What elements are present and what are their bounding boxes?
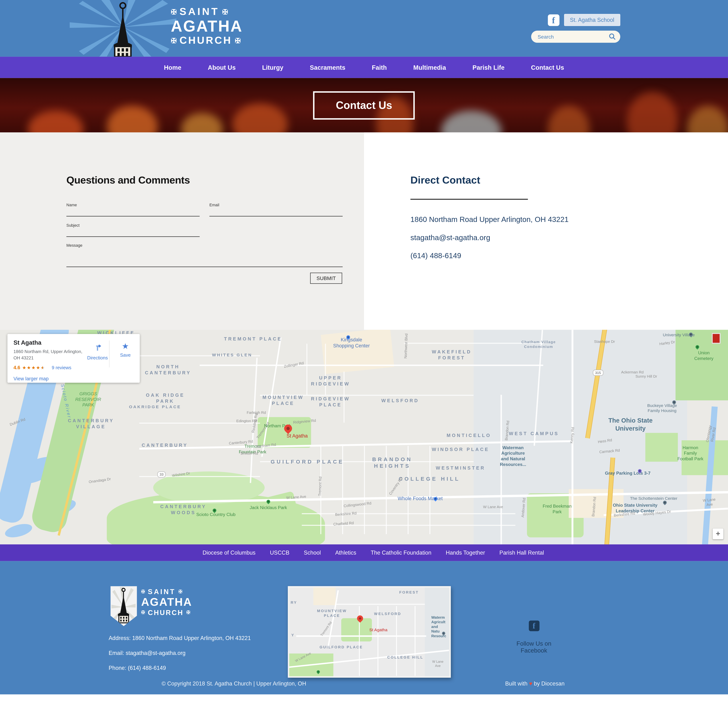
footer: ✠SAINT✠ AGATHA ✠CHURCH✠ Address: 1860 No… (0, 561, 728, 694)
directions-icon (93, 342, 102, 352)
map-label: Farleigh Rd (247, 410, 266, 415)
shield-steeple-icon (110, 586, 137, 626)
form-heading: Questions and Comments (66, 174, 190, 186)
name-label: Name (66, 203, 200, 207)
contact-form-panel: Questions and Comments Name Email Subjec… (0, 133, 364, 330)
map-label: Collingswood Rd (343, 501, 372, 508)
footer-logo-text: ✠SAINT✠ AGATHA ✠CHURCH✠ (141, 588, 192, 616)
email-field[interactable] (210, 209, 343, 217)
nav-item[interactable]: About Us (208, 64, 236, 71)
partner-link[interactable]: USCCB (270, 549, 289, 556)
map-info-card: St Agatha 1860 Northam Rd, Upper Arlingt… (8, 334, 140, 383)
footer-address: Address: 1860 Northam Road Upper Arlingt… (109, 635, 251, 641)
view-larger-map-link[interactable]: View larger map (14, 376, 49, 381)
place-address: 1860 Northam Rd, Upper Arlington,OH 4322… (14, 348, 82, 362)
map-label: GUILFORD PLACE (320, 645, 363, 650)
cross-icon: ✠ (171, 8, 177, 15)
place-title: St Agatha (14, 339, 41, 346)
submit-button[interactable]: SUBMIT (310, 273, 342, 284)
map-label: Northwest Blvd (404, 333, 409, 358)
copyright-text: © Copyright 2018 St. Agatha Church | Upp… (161, 680, 306, 687)
search-input[interactable] (531, 31, 620, 43)
footer-phone[interactable]: Phone: (614) 488-6149 (109, 665, 251, 671)
cross-icon: ✠ (171, 37, 177, 44)
facebook-icon[interactable]: f (548, 14, 559, 26)
cross-icon: ✠ (178, 589, 182, 594)
contact-email[interactable]: stagatha@st-agatha.org (410, 233, 568, 242)
reviews-link[interactable]: 9 reviews (52, 365, 72, 370)
map-label: BRANDON HEIGHTS (372, 456, 413, 469)
cross-icon: ✠ (186, 610, 190, 615)
partner-link[interactable]: School (304, 549, 321, 556)
save-button[interactable]: ★ Save (112, 342, 138, 358)
nav-item[interactable]: Multimedia (413, 64, 446, 71)
message-label: Message (66, 243, 343, 248)
main-content: Questions and Comments Name Email Subjec… (0, 133, 728, 330)
partner-link[interactable]: Parish Hall Rental (500, 549, 544, 556)
map-label: MOUNTVIEW PLACE (262, 395, 304, 406)
footer-facebook-icon[interactable]: f (528, 621, 539, 631)
logo-text: ✠SAINT✠ AGATHA ✠CHURCH✠ (171, 6, 243, 46)
direct-contact-heading: Direct Contact (410, 174, 568, 186)
nav-item[interactable]: Liturgy (262, 64, 283, 71)
rating-value: 4.6 (14, 365, 20, 370)
subject-field[interactable] (66, 229, 200, 237)
map-label: Canterbury Rd (229, 439, 253, 446)
google-map[interactable]: WICKLIFFETREMONT PLACEKingsdale Shopping… (0, 330, 728, 545)
message-field[interactable] (66, 249, 343, 267)
page-title: Contact Us (313, 91, 415, 119)
school-link-button[interactable]: St. Agatha School (564, 14, 620, 26)
steeple-starburst-icon (70, 0, 177, 56)
map-label: OAKRIDGE PLACE (129, 404, 181, 410)
partner-link[interactable]: Athletics (335, 549, 356, 556)
contact-phone[interactable]: (614) 488-6149 (410, 252, 568, 260)
map-label: Brixton Rd (241, 452, 258, 456)
nav-item[interactable]: Parish Life (472, 64, 504, 71)
nav-item[interactable]: Contact Us (531, 64, 564, 71)
map-label: Onandaga Dr (88, 477, 111, 485)
header: ✠SAINT✠ AGATHA ✠CHURCH✠ f St. Agatha Sch… (0, 0, 728, 56)
contact-address: 1860 Northam Road Upper Arlington, OH 43… (410, 215, 568, 224)
partner-link[interactable]: Diocese of Columbus (203, 549, 256, 556)
footer-map[interactable]: FORESTRYMOUNTVIEW PLACEWELSFORDWaterm Ag… (288, 586, 451, 678)
map-label: FOREST (399, 590, 419, 595)
divider (410, 199, 528, 200)
partner-links-bar: Diocese of ColumbusUSCCBSchoolAthleticsT… (0, 545, 728, 561)
nav-item[interactable]: Faith (372, 64, 387, 71)
map-label: WELSFORD (381, 398, 419, 404)
map-label: TREMONT PLACE (224, 336, 282, 342)
map-label: NORTH CANTERBURY (145, 364, 191, 376)
name-field[interactable] (66, 209, 200, 217)
map-label: OAK RIDGE PARK (146, 392, 184, 404)
nav-item[interactable]: Home (164, 64, 181, 71)
copyright-bar: © Copyright 2018 St. Agatha Church | Upp… (161, 680, 565, 687)
nav-item[interactable]: Sacraments (310, 64, 345, 71)
heart-icon: ♥ (529, 680, 532, 687)
cross-icon: ✠ (141, 589, 145, 594)
star-icon: ★ (122, 342, 129, 351)
star-rating-icon: ★★★★★ (22, 365, 45, 370)
cross-icon: ✠ (222, 8, 228, 15)
direct-contact: Direct Contact 1860 Northam Road Upper A… (410, 174, 568, 260)
hero-banner: Contact Us (0, 78, 728, 133)
site-logo[interactable]: ✠SAINT✠ AGATHA ✠CHURCH✠ (70, 0, 246, 56)
map-label: RY (291, 601, 297, 605)
footer-email[interactable]: Email: stagatha@st-agatha.org (109, 650, 251, 656)
map-label: WAKEFIELD FOREST (432, 349, 472, 361)
map-label: MOUNTVIEW PLACE (317, 609, 347, 618)
follow-us-label[interactable]: Follow Us on Facebook (504, 640, 564, 654)
email-label: Email (210, 203, 343, 207)
cross-icon: ✠ (235, 37, 241, 44)
photo-thumbnail[interactable] (712, 333, 720, 344)
built-with-text: Built with ♥ by Diocesan (505, 680, 565, 687)
map-label: Chatfield Rd (333, 521, 354, 527)
map-label: Coventry Rd (388, 476, 404, 496)
directions-button[interactable]: Directions (84, 342, 110, 360)
subject-label: Subject (66, 223, 200, 227)
main-nav: HomeAbout UsLiturgySacramentsFaithMultim… (0, 56, 728, 78)
search-icon[interactable] (609, 33, 616, 40)
partner-link[interactable]: Hands Together (446, 549, 485, 556)
zoom-in-button[interactable]: + (713, 529, 723, 539)
page: ✠SAINT✠ AGATHA ✠CHURCH✠ f St. Agatha Sch… (0, 0, 728, 717)
partner-link[interactable]: The Catholic Foundation (371, 549, 431, 556)
